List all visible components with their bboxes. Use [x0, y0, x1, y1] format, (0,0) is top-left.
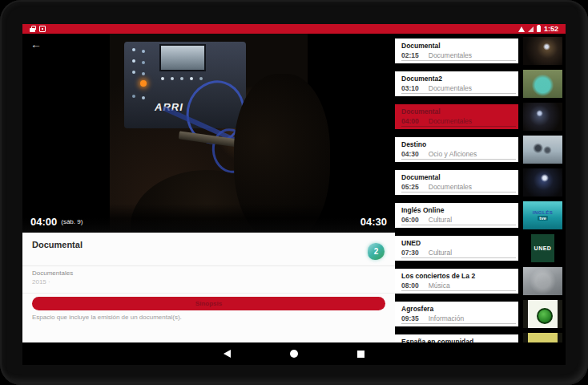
epg-item-title: UNED	[401, 239, 512, 247]
video-player[interactable]: ARRI 04:00 (sáb. 9) 04:30	[22, 34, 395, 233]
epg-item-card[interactable]: Los conciertos de La 2 08:00 Música	[395, 269, 518, 294]
epg-item-card[interactable]: UNED 07:30 Cultural	[395, 236, 518, 261]
epg-item-progress-track	[401, 323, 516, 324]
epg-list-item[interactable]: UNED 07:30 Cultural UNED	[395, 236, 562, 261]
epg-list-item[interactable]: Documental 04:00 Documentales	[395, 104, 562, 129]
status-system-icons: 1:52	[518, 24, 558, 34]
end-time: 04:30	[360, 217, 387, 227]
epg-item-thumbnail: UNED	[523, 234, 562, 262]
epg-item-title: Documenta2	[401, 75, 512, 83]
epg-item-genre: Cultural	[429, 216, 452, 224]
epg-list-item[interactable]: Agrosfera 09:35 Información	[395, 302, 562, 326]
battery-icon	[537, 26, 541, 32]
epg-item-card[interactable]: Documental 05:25 Documentales	[395, 170, 518, 195]
epg-list-item[interactable]: España en comunidad	[395, 334, 562, 342]
epg-item-time: 03:10	[401, 84, 419, 92]
program-year: 2015 ·	[32, 278, 50, 286]
epg-item-card[interactable]: Documenta2 03:10 Documentales	[395, 71, 518, 96]
epg-list-item[interactable]: Destino 04:30 Ocio y Aficiones	[395, 137, 562, 162]
epg-item-genre: Documentales	[429, 51, 472, 59]
epg-item-genre: Música	[429, 282, 450, 290]
epg-item-time: 07:30	[401, 249, 419, 257]
epg-item-thumbnail	[523, 136, 562, 164]
epg-item-progress-track	[401, 192, 516, 192]
back-triangle-icon	[224, 350, 231, 358]
epg-item-time: 05:25	[401, 183, 419, 191]
channel-logo[interactable]: 2	[368, 243, 385, 260]
epg-list-item[interactable]: Documental 05:25 Documentales	[395, 170, 562, 195]
epg-item-thumbnail	[523, 333, 562, 342]
epg-list-item[interactable]: Los conciertos de La 2 08:00 Música	[395, 269, 562, 294]
epg-item-meta: 03:10 Documentales	[401, 84, 512, 92]
epg-item-progress-track	[401, 225, 516, 225]
status-clock: 1:52	[544, 24, 558, 34]
wifi-icon	[518, 26, 525, 32]
epg-item-meta: 04:30 Ocio y Aficiones	[401, 150, 512, 158]
epg-item-card[interactable]: Documental 02:15 Documentales	[395, 38, 518, 63]
epg-list-item[interactable]: Documenta2 03:10 Documentales	[395, 71, 562, 96]
divider	[22, 265, 395, 266]
start-date: (sáb. 9)	[61, 218, 83, 227]
nav-back-button[interactable]	[224, 350, 231, 358]
epg-item-card[interactable]: Agrosfera 09:35 Información	[395, 302, 518, 326]
epg-item-thumbnail	[523, 70, 562, 98]
epg-item-card[interactable]: España en comunidad	[395, 334, 518, 342]
epg-list[interactable]: Documental 02:15 Documentales Documenta2…	[395, 34, 566, 342]
home-circle-icon	[290, 350, 298, 358]
epg-item-title: Inglés Online	[401, 206, 512, 214]
android-nav-bar	[22, 342, 566, 365]
back-arrow-icon[interactable]	[30, 38, 42, 51]
epg-item-genre: Documentales	[429, 183, 472, 191]
epg-item-genre: Información	[429, 314, 464, 322]
program-title: Documental	[32, 240, 83, 249]
epg-item-title: Documental	[401, 173, 512, 181]
epg-item-progress-track	[401, 290, 516, 291]
camera-buttons-art	[132, 48, 135, 51]
nav-recents-button[interactable]	[357, 351, 364, 358]
screen: 1:52 ARRI	[22, 24, 566, 365]
epg-list-item[interactable]: Documental 02:15 Documentales	[395, 38, 562, 63]
epg-item-genre: Documentales	[429, 117, 472, 125]
camera-buttonrow-art	[161, 77, 164, 80]
epg-list-item[interactable]: Inglés Online 06:00 Cultural INGLÉS tve	[395, 203, 562, 228]
epg-item-meta: 07:30 Cultural	[401, 249, 512, 257]
start-time: 04:00	[30, 217, 57, 227]
thumbnail-sublabel: tve	[538, 216, 548, 221]
epg-item-title: Documental	[401, 42, 512, 50]
epg-item-genre: Documentales	[429, 84, 472, 92]
player-column: ARRI 04:00 (sáb. 9) 04:30	[22, 34, 395, 342]
epg-item-genre: Cultural	[429, 249, 452, 257]
epg-item-time: 09:35	[401, 314, 419, 322]
epg-item-card[interactable]: Inglés Online 06:00 Cultural	[395, 203, 518, 228]
thumbnail-label: INGLÉS	[533, 210, 553, 215]
epg-item-card[interactable]: Documental 04:00 Documentales	[395, 104, 518, 129]
epg-item-card[interactable]: Destino 04:30 Ocio y Aficiones	[395, 137, 518, 162]
epg-item-meta: 05:25 Documentales	[401, 183, 512, 191]
epg-item-time: 08:00	[401, 282, 419, 290]
epg-item-title: Documental	[401, 107, 512, 116]
epg-item-time: 06:00	[401, 216, 419, 224]
epg-item-progress-track	[401, 257, 516, 258]
nav-home-button[interactable]	[290, 350, 298, 358]
epg-item-meta: 02:15 Documentales	[401, 51, 512, 59]
epg-item-genre: Ocio y Aficiones	[429, 150, 477, 158]
lock-icon	[30, 26, 35, 32]
video-frame: ARRI	[110, 34, 308, 233]
epg-item-meta: 06:00 Cultural	[401, 216, 512, 224]
program-time-bar: 04:00 (sáb. 9) 04:30	[22, 204, 395, 233]
epg-item-title: Los conciertos de La 2	[401, 272, 512, 280]
status-bar: 1:52	[22, 24, 566, 34]
epg-item-thumbnail	[523, 37, 562, 65]
status-notifications	[30, 26, 46, 32]
synopsis-button[interactable]: Sinopsis	[32, 297, 385, 310]
epg-item-thumbnail	[523, 300, 562, 328]
epg-item-progress-track	[401, 93, 516, 94]
cellular-signal-icon	[528, 26, 534, 32]
epg-item-progress-track	[401, 126, 516, 127]
epg-item-time: 04:30	[401, 150, 419, 158]
camera-record-light-art	[140, 80, 147, 87]
epg-item-thumbnail	[523, 267, 562, 295]
program-info-panel: Documental 2 Documentales 2015 · Sinopsi…	[22, 233, 395, 342]
camera-screen-art	[159, 44, 206, 71]
recents-square-icon	[357, 351, 364, 358]
